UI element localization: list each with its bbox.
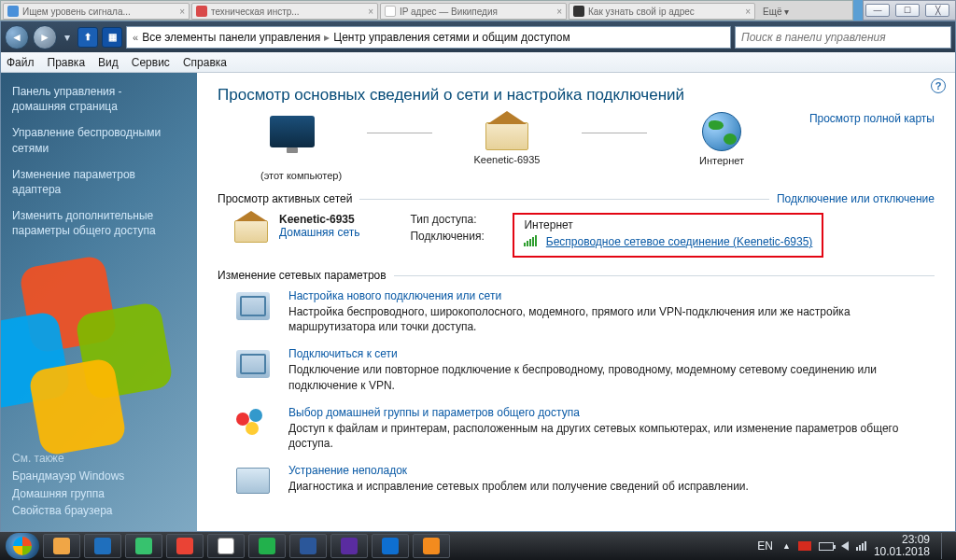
favicon-icon <box>196 6 207 17</box>
view-full-map-link[interactable]: Просмотр полной карты <box>809 112 935 125</box>
windows-logo-decor <box>1 250 154 437</box>
tray-clock[interactable]: 23:0910.01.2018 <box>874 534 930 558</box>
taskbar-app-button[interactable] <box>43 534 80 558</box>
sidebar-link-homegroup[interactable]: Домашняя группа <box>12 486 186 501</box>
control-panel-icon[interactable]: ▦ <box>102 27 122 48</box>
breadcrumb[interactable]: Центр управления сетями и общим доступом <box>333 31 570 44</box>
browser-tab[interactable]: Как узнать свой ip адрес× <box>569 3 755 20</box>
taskbar-app-button[interactable] <box>166 534 204 558</box>
network-name: Keenetic-6935 <box>279 213 359 226</box>
chevron-right-icon[interactable]: ▸ <box>324 31 330 44</box>
search-input[interactable] <box>741 31 945 44</box>
sidebar-link-browser-props[interactable]: Свойства браузера <box>12 503 186 518</box>
close-icon[interactable]: × <box>745 7 751 17</box>
menu-edit[interactable]: Правка <box>48 56 86 69</box>
taskbar-app-button[interactable] <box>125 534 162 558</box>
taskbar-app-button[interactable] <box>84 534 121 558</box>
show-desktop-button[interactable] <box>941 533 950 559</box>
settings-item-homegroup[interactable]: Выбор домашней группы и параметров общег… <box>234 406 935 451</box>
close-icon[interactable]: × <box>179 7 185 17</box>
explorer-navbar: ◄ ► ▾ ⬆ ▦ « Все элементы панели управлен… <box>1 21 955 52</box>
address-bar[interactable]: « Все элементы панели управления ▸ Центр… <box>126 26 731 49</box>
settings-item-new-connection[interactable]: Настройка нового подключения или сетиНас… <box>234 289 935 334</box>
windows-orb-icon <box>13 537 32 555</box>
start-button[interactable] <box>6 533 39 559</box>
access-type-label: Тип доступа: <box>410 213 499 226</box>
network-type-link[interactable]: Домашняя сеть <box>279 226 359 239</box>
taskbar: EN ▲ 23:0910.01.2018 <box>0 532 956 560</box>
sidebar-link-adapter[interactable]: Изменение параметров адаптера <box>12 167 186 197</box>
sidebar: Панель управления -домашняя страница Упр… <box>1 73 197 531</box>
taskbar-app-button[interactable] <box>330 534 368 558</box>
help-icon[interactable]: ? <box>931 78 946 93</box>
minimize-button[interactable]: — <box>865 4 890 17</box>
access-type-value: Интернет <box>524 218 812 231</box>
browser-tab[interactable]: техническая инстр...× <box>191 3 378 20</box>
maximize-button[interactable]: ☐ <box>895 4 920 17</box>
menu-file[interactable]: Файл <box>7 56 35 69</box>
active-network-box: Keenetic-6935 Домашняя сеть Тип доступа:… <box>234 213 935 258</box>
favicon-icon <box>385 6 396 17</box>
computer-icon <box>270 116 315 147</box>
history-dropdown-icon[interactable]: ▾ <box>61 25 74 49</box>
tray-flag-icon[interactable] <box>798 541 811 551</box>
browser-tab[interactable]: IP адрес — Википедия× <box>380 3 567 20</box>
close-icon[interactable]: × <box>556 7 562 17</box>
tray-sound-icon[interactable] <box>841 541 849 551</box>
sidebar-see-also: См. также Брандмауэр Windows Домашняя гр… <box>12 452 186 520</box>
map-node-this-pc[interactable] <box>218 116 367 162</box>
menu-bar: Файл Правка Вид Сервис Справка <box>1 52 955 73</box>
sidebar-link-sharing[interactable]: Изменить дополнительные параметры общего… <box>12 208 186 238</box>
map-node-internet[interactable]: Интернет <box>647 112 796 166</box>
up-level-icon[interactable]: ⬆ <box>77 27 98 48</box>
taskbar-app-button[interactable] <box>207 534 245 558</box>
back-button[interactable]: ◄ <box>5 25 29 49</box>
highlighted-connection: Интернет Беспроводное сетевое соединение… <box>513 213 823 258</box>
browser-tabstrip: Ищем уровень сигнала...× техническая инс… <box>0 0 853 21</box>
taskbar-app-button[interactable] <box>372 534 409 558</box>
close-button[interactable]: ╳ <box>925 4 949 17</box>
breadcrumb-prefix: « <box>133 32 138 43</box>
breadcrumb[interactable]: Все элементы панели управления <box>142 31 320 44</box>
this-computer-label: (этот компьютер) <box>260 170 935 181</box>
sidebar-link-wireless[interactable]: Управление беспроводными сетями <box>12 125 186 155</box>
active-networks-header: Просмотр активных сетей <box>218 192 352 205</box>
tray-battery-icon[interactable] <box>819 542 834 551</box>
close-icon[interactable]: × <box>368 7 373 17</box>
browser-overflow[interactable]: Ещё ▾ <box>757 7 794 17</box>
settings-list: Настройка нового подключения или сетиНас… <box>218 289 935 497</box>
globe-icon <box>702 112 741 151</box>
menu-service[interactable]: Сервис <box>132 56 170 69</box>
menu-view[interactable]: Вид <box>98 56 119 69</box>
house-icon <box>234 213 268 243</box>
connections-label: Подключения: <box>410 230 499 243</box>
settings-item-connect[interactable]: Подключиться к сетиПодключение или повто… <box>234 347 935 392</box>
connect-icon <box>236 350 270 378</box>
forward-button[interactable]: ► <box>33 25 57 49</box>
search-box[interactable] <box>735 26 951 49</box>
change-settings-header: Изменение сетевых параметров <box>218 269 387 282</box>
map-node-router[interactable]: Keenetic-6935 <box>432 113 582 165</box>
homegroup-icon <box>236 409 270 437</box>
taskbar-app-button[interactable] <box>413 534 450 558</box>
connection-link[interactable]: Беспроводное сетевое соединение (Keeneti… <box>546 235 813 248</box>
content-area: ? Просмотр основных сведений о сети и на… <box>197 73 955 531</box>
menu-help[interactable]: Справка <box>183 56 227 69</box>
settings-item-troubleshoot[interactable]: Устранение неполадокДиагностика и исправ… <box>234 464 935 497</box>
sidebar-link-firewall[interactable]: Брандмауэр Windows <box>12 469 186 483</box>
control-panel-window: ◄ ► ▾ ⬆ ▦ « Все элементы панели управлен… <box>0 21 956 532</box>
signal-bars-icon <box>524 235 537 246</box>
tray-overflow-icon[interactable]: ▲ <box>782 541 791 551</box>
house-icon <box>485 113 528 150</box>
network-map: Keenetic-6935 Интернет Просмотр полной к… <box>218 112 935 166</box>
tray-wifi-icon[interactable] <box>856 541 866 551</box>
taskbar-app-button[interactable] <box>248 534 286 558</box>
favicon-icon <box>573 6 584 17</box>
window-controls: — ☐ ╳ <box>863 0 956 21</box>
sidebar-home-link[interactable]: Панель управления -домашняя страница <box>12 84 186 114</box>
taskbar-app-button[interactable] <box>289 534 327 558</box>
connect-disconnect-link[interactable]: Подключение или отключение <box>777 192 935 205</box>
favicon-icon <box>7 6 19 17</box>
browser-tab[interactable]: Ищем уровень сигнала...× <box>3 3 190 20</box>
tray-language[interactable]: EN <box>755 539 775 553</box>
